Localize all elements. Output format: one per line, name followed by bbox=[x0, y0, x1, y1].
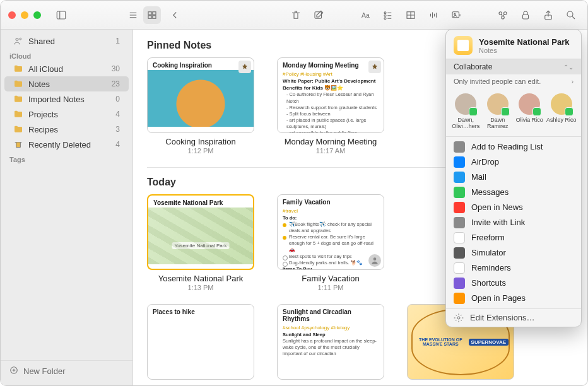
note-card[interactable]: Places to hike bbox=[147, 304, 254, 380]
new-folder-label: New Folder bbox=[23, 366, 65, 376]
map-label: Yosemite National Park bbox=[172, 242, 230, 249]
zoom-window-button[interactable] bbox=[33, 11, 41, 19]
share-person[interactable]: Dawn, Olivi…hers bbox=[450, 93, 481, 130]
todo-item: ✈️Book flights✈️: check for any special … bbox=[283, 221, 379, 234]
share-app-messages[interactable]: Messages bbox=[446, 185, 581, 200]
sidebar-folder-imported-notes[interactable]: Imported Notes0 bbox=[4, 91, 129, 107]
share-person[interactable]: Ashley Rico bbox=[546, 93, 577, 130]
sidebar-shared[interactable]: Shared 1 bbox=[4, 33, 129, 49]
note-card[interactable]: Cooking InspirationCooking Inspiration1:… bbox=[147, 57, 254, 155]
sidebar-folder-recipes[interactable]: Recipes3 bbox=[4, 122, 129, 137]
share-person[interactable]: Olivia Rico bbox=[514, 93, 544, 130]
note-thumbnail[interactable]: Places to hike bbox=[147, 304, 254, 380]
share-app-mail[interactable]: Mail bbox=[446, 170, 581, 185]
edit-extensions-button[interactable]: Edit Extensions… bbox=[446, 308, 581, 327]
note-card[interactable]: Family Vacation#travelTo do:✈️Book fligh… bbox=[277, 194, 384, 291]
folder-icon bbox=[13, 64, 23, 74]
person-name: Dawn Ramirez bbox=[483, 117, 513, 130]
todo-item: Reserve rental car. Be sure it's large e… bbox=[283, 234, 379, 253]
new-note-button[interactable] bbox=[310, 6, 327, 24]
folder-count: 3 bbox=[115, 125, 120, 134]
messages-badge-icon bbox=[469, 107, 478, 116]
share-mode-select[interactable]: Collaborate ⌃⌄ bbox=[446, 59, 581, 74]
share-app-reminders[interactable]: Reminders bbox=[446, 260, 581, 276]
share-app-add-to-reading-list[interactable]: Add to Reading List bbox=[446, 139, 581, 155]
share-app-open-in-pages[interactable]: Open in Pages bbox=[446, 291, 581, 306]
delete-button[interactable] bbox=[287, 6, 305, 24]
share-app-label: Freeform bbox=[471, 233, 505, 242]
sidebar-folder-recently-deleted[interactable]: Recently Deleted4 bbox=[4, 137, 129, 152]
toggle-sidebar-button[interactable] bbox=[52, 6, 70, 24]
new-folder-button[interactable]: New Folder bbox=[1, 360, 132, 382]
share-permissions-row[interactable]: Only invited people can edit. › bbox=[446, 74, 581, 88]
note-head: Places to hike bbox=[148, 305, 254, 317]
todo-item: Dog-friendly parks and trails. 🐕🐾 bbox=[283, 260, 379, 266]
sidebar: Shared 1 iCloud All iCloud30Notes23Impor… bbox=[1, 30, 133, 385]
back-button[interactable] bbox=[166, 6, 184, 24]
share-app-freeform[interactable]: Freeform bbox=[446, 230, 581, 245]
share-app-open-in-news[interactable]: Open in News bbox=[446, 200, 581, 215]
sidebar-folder-projects[interactable]: Projects4 bbox=[4, 107, 129, 122]
checklist-button[interactable] bbox=[379, 6, 397, 24]
share-app-label: Mail bbox=[471, 172, 486, 182]
note-card[interactable]: Sunlight and Circadian Rhythms#school #p… bbox=[277, 304, 384, 380]
note-head: Family Vacation bbox=[278, 195, 384, 207]
note-preview: #school #psychology #biologySunlight and… bbox=[278, 324, 384, 358]
share-app-airdrop[interactable]: AirDrop bbox=[446, 155, 581, 170]
share-app-label: AirDrop bbox=[471, 157, 499, 167]
todo-header: To do: bbox=[283, 215, 297, 221]
note-thumbnail[interactable]: Cooking Inspiration bbox=[147, 57, 254, 133]
app-icon bbox=[454, 156, 465, 168]
note-thumbnail[interactable]: Family Vacation#travelTo do:✈️Book fligh… bbox=[277, 194, 384, 270]
note-thumbnail[interactable]: Sunlight and Circadian Rhythms#school #p… bbox=[277, 304, 384, 380]
share-app-invite-with-link[interactable]: Invite with Link bbox=[446, 215, 581, 230]
avatar bbox=[487, 93, 509, 115]
share-button[interactable] bbox=[539, 6, 557, 24]
note-thumbnail[interactable]: Yosemite National ParkYosemite National … bbox=[147, 194, 254, 270]
folder-count: 30 bbox=[112, 64, 120, 73]
note-line: - Co-authored by Fleur Lesseur and Ryan … bbox=[283, 91, 379, 104]
sidebar-folder-notes[interactable]: Notes23 bbox=[4, 76, 129, 91]
share-subtitle: Notes bbox=[479, 47, 570, 54]
note-thumbnail[interactable]: Monday Morning Meeting#Policy #Housing #… bbox=[277, 57, 384, 133]
lock-button[interactable] bbox=[517, 6, 534, 24]
format-button[interactable]: Aa bbox=[356, 6, 374, 24]
share-title: Yosemite National Park bbox=[479, 37, 570, 47]
media-button[interactable] bbox=[447, 6, 465, 24]
share-app-label: Simulator bbox=[471, 248, 506, 257]
note-title: Yosemite National Park bbox=[147, 274, 254, 283]
person-name: Dawn, Olivi…hers bbox=[450, 117, 481, 130]
search-button[interactable] bbox=[562, 6, 580, 24]
share-app-simulator[interactable]: Simulator bbox=[446, 245, 581, 260]
table-button[interactable] bbox=[402, 6, 420, 24]
audio-button[interactable] bbox=[425, 6, 442, 24]
shared-icon bbox=[13, 36, 23, 46]
close-window-button[interactable] bbox=[8, 11, 16, 19]
share-app-shortcuts[interactable]: Shortcuts bbox=[446, 276, 581, 291]
view-gallery-button[interactable] bbox=[143, 6, 161, 24]
share-permissions-label: Only invited people can edit. bbox=[454, 78, 541, 85]
share-person[interactable]: Dawn Ramirez bbox=[483, 93, 513, 130]
sidebar-folder-all-icloud[interactable]: All iCloud30 bbox=[4, 61, 129, 76]
note-preview: #Policy #Housing #ArtWhite Paper: Public… bbox=[278, 70, 384, 133]
svg-rect-0 bbox=[57, 11, 66, 19]
note-body-title: White Paper: Public Art's Development Be… bbox=[283, 78, 379, 92]
svg-rect-8 bbox=[153, 15, 156, 18]
avatar bbox=[551, 93, 572, 115]
messages-badge-icon bbox=[532, 107, 541, 116]
app-icon bbox=[454, 247, 465, 259]
view-list-button[interactable] bbox=[124, 6, 142, 24]
note-card[interactable]: Monday Morning Meeting#Policy #Housing #… bbox=[277, 57, 384, 155]
minimize-window-button[interactable] bbox=[21, 11, 28, 19]
sidebar-section-icloud: iCloud bbox=[1, 49, 132, 61]
messages-badge-icon bbox=[501, 107, 510, 116]
share-app-label: Open in News bbox=[471, 202, 523, 212]
person-name: Olivia Rico bbox=[516, 117, 543, 124]
shared-avatar bbox=[368, 254, 381, 267]
folder-label: Imported Notes bbox=[28, 95, 85, 104]
folder-icon bbox=[13, 79, 23, 89]
share-app-label: Open in Pages bbox=[471, 293, 526, 303]
note-card[interactable]: Yosemite National ParkYosemite National … bbox=[147, 194, 254, 291]
link-button[interactable] bbox=[494, 6, 512, 24]
note-time: 1:11 PM bbox=[277, 284, 384, 291]
